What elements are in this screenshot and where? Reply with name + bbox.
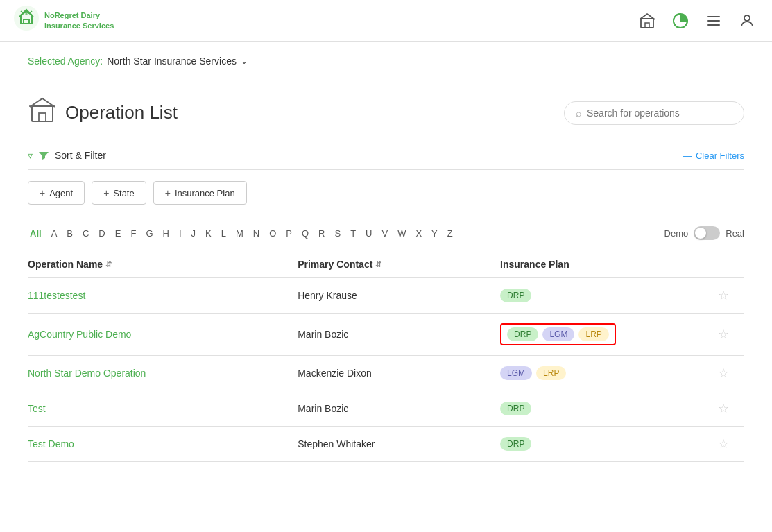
filter-buttons-area: + Agent + State + Insurance Plan [28, 170, 744, 216]
insurance-plan-filter-button[interactable]: + Insurance Plan [153, 181, 247, 205]
alpha-f[interactable]: F [128, 227, 138, 240]
contact-name: Mackenzie Dixon [298, 368, 500, 379]
alphabet-nav: All A B C D E F G H I J K L M N O P Q R … [28, 216, 744, 250]
alpha-c[interactable]: C [80, 227, 91, 240]
logo-text: NoRegret Dairy Insurance Services [44, 10, 114, 31]
alpha-w[interactable]: W [395, 227, 408, 240]
agent-filter-button[interactable]: + Agent [28, 181, 85, 205]
col-primary-contact[interactable]: Primary Contact ⇵ [298, 259, 500, 270]
alpha-p[interactable]: P [284, 227, 294, 240]
col-operation-name-label: Operation Name [28, 259, 103, 270]
primary-contact-sort-icon[interactable]: ⇵ [375, 260, 381, 269]
list-nav-icon[interactable] [703, 10, 725, 32]
plan-badge-lgm: LGM [500, 366, 532, 380]
col-favorite [703, 259, 744, 270]
search-input[interactable] [587, 108, 732, 119]
favorite-star-icon[interactable]: ☆ [703, 327, 744, 342]
search-icon: ⌕ [576, 108, 581, 119]
table-header: Operation Name ⇵ Primary Contact ⇵ Insur… [28, 250, 744, 278]
state-filter-button[interactable]: + State [92, 181, 146, 205]
pie-chart-icon[interactable] [669, 10, 692, 32]
operation-name[interactable]: Test [28, 403, 298, 414]
alpha-k[interactable]: K [203, 227, 214, 240]
plan-badges: DRPLGMLRP [500, 323, 616, 345]
alpha-m[interactable]: M [234, 227, 246, 240]
svg-rect-2 [645, 23, 649, 28]
svg-rect-9 [39, 113, 46, 121]
clear-filters-button[interactable]: — Clear Filters [683, 151, 744, 161]
alpha-j[interactable]: J [189, 227, 198, 240]
plan-badges-cell: LGMLRP [500, 366, 703, 380]
alpha-u[interactable]: U [363, 227, 374, 240]
alpha-h[interactable]: H [161, 227, 171, 240]
user-nav-icon[interactable] [736, 10, 758, 32]
plan-badges-cell: DRP [500, 289, 703, 302]
alpha-y[interactable]: Y [429, 227, 440, 240]
alpha-all[interactable]: All [28, 227, 44, 240]
filter-left: ▿ Sort & Filter [28, 150, 106, 161]
contact-name: Marin Bozic [298, 403, 500, 414]
svg-rect-6 [707, 24, 720, 26]
operation-name[interactable]: 111testestest [28, 290, 298, 301]
alpha-z[interactable]: Z [445, 227, 455, 240]
table-body: 111testestestHenry KrauseDRP☆AgCountry P… [28, 278, 744, 462]
demo-label: Demo [664, 228, 689, 239]
alpha-x[interactable]: X [413, 227, 424, 240]
plan-badge-drp: DRP [500, 437, 531, 451]
alpha-o[interactable]: O [267, 227, 278, 240]
demo-real-toggle[interactable] [694, 226, 720, 240]
filter-bar: ▿ Sort & Filter — Clear Filters [28, 141, 744, 170]
operation-name-sort-icon[interactable]: ⇵ [105, 260, 112, 269]
agency-name[interactable]: North Star Insurance Services [107, 55, 237, 67]
operation-name[interactable]: Test Demo [28, 438, 298, 449]
svg-point-7 [744, 15, 750, 21]
alpha-r[interactable]: R [316, 227, 327, 240]
toggle-knob [695, 228, 706, 239]
agency-bar: Selected Agency: North Star Insurance Se… [28, 42, 744, 78]
insurance-plan-filter-label: Insurance Plan [175, 188, 235, 198]
plan-badges: DRP [500, 402, 703, 415]
operation-name[interactable]: North Star Demo Operation [28, 368, 298, 379]
table-row: TestMarin BozicDRP☆ [28, 391, 744, 427]
plan-badges-cell: DRPLGMLRP [500, 323, 703, 345]
plan-badges: LGMLRP [500, 366, 703, 380]
alpha-g[interactable]: G [144, 227, 155, 240]
alpha-n[interactable]: N [251, 227, 261, 240]
alpha-d[interactable]: D [96, 227, 107, 240]
clear-filters-label[interactable]: Clear Filters [696, 151, 744, 161]
plan-badges-cell: DRP [500, 437, 703, 451]
plan-badge-lgm: LGM [542, 327, 574, 341]
alpha-q[interactable]: Q [300, 227, 311, 240]
agency-chevron-icon[interactable]: ⌄ [241, 56, 248, 66]
plan-badges: DRP [500, 437, 703, 451]
agency-label: Selected Agency: [28, 55, 103, 67]
alpha-l[interactable]: L [219, 227, 228, 240]
alpha-b[interactable]: B [65, 227, 75, 240]
alpha-a[interactable]: A [49, 227, 60, 240]
favorite-star-icon[interactable]: ☆ [703, 366, 744, 381]
alpha-i[interactable]: I [177, 227, 184, 240]
favorite-star-icon[interactable]: ☆ [703, 401, 744, 416]
demo-toggle-area: Demo Real [664, 226, 744, 240]
col-insurance-plan-label: Insurance Plan [500, 259, 569, 270]
plan-badges: DRP [500, 289, 703, 302]
alpha-s[interactable]: S [332, 227, 343, 240]
page-barn-icon [28, 95, 57, 130]
alpha-v[interactable]: V [379, 227, 390, 240]
alpha-e[interactable]: E [113, 227, 123, 240]
table-row: North Star Demo OperationMackenzie Dixon… [28, 356, 744, 391]
page-header: Operation List ⌕ [28, 78, 744, 141]
main-content: Selected Agency: North Star Insurance Se… [0, 42, 772, 462]
filter-label: Sort & Filter [55, 150, 106, 161]
operation-name[interactable]: AgCountry Public Demo [28, 329, 298, 340]
search-box[interactable]: ⌕ [564, 101, 744, 125]
col-operation-name[interactable]: Operation Name ⇵ [28, 259, 298, 270]
table-row: Test DemoStephen WhitakerDRP☆ [28, 427, 744, 462]
plan-badge-lrp: LRP [578, 327, 608, 341]
alpha-t[interactable]: T [348, 227, 358, 240]
favorite-star-icon[interactable]: ☆ [703, 288, 744, 303]
state-plus-icon: + [103, 187, 109, 198]
header-icons [636, 10, 758, 32]
barn-nav-icon[interactable] [636, 10, 658, 32]
favorite-star-icon[interactable]: ☆ [703, 436, 744, 452]
